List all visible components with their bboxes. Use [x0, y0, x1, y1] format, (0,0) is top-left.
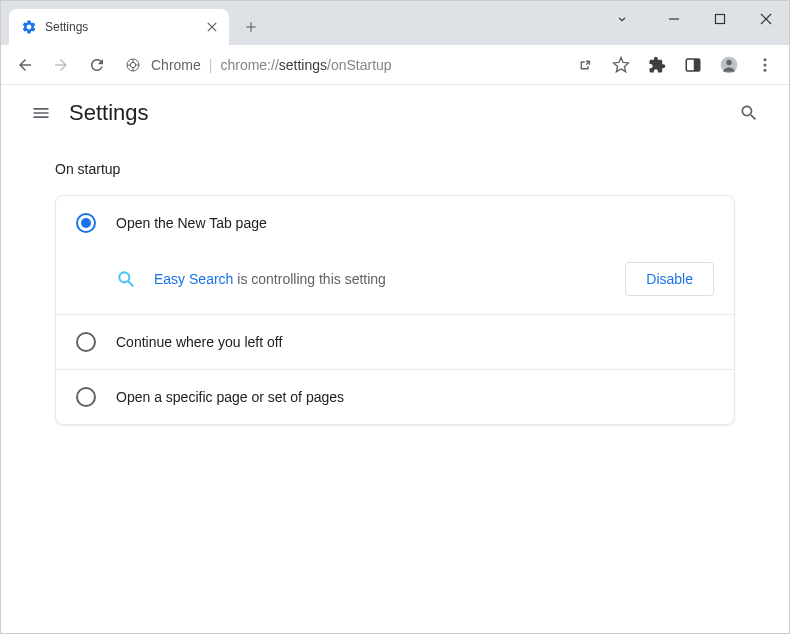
share-icon[interactable] — [569, 49, 601, 81]
profile-icon[interactable] — [713, 49, 745, 81]
reload-button[interactable] — [81, 49, 113, 81]
extensions-icon[interactable] — [641, 49, 673, 81]
site-info-icon[interactable] — [125, 57, 141, 73]
extension-search-icon — [116, 269, 136, 289]
svg-rect-1 — [716, 15, 725, 24]
extension-name-link[interactable]: Easy Search — [154, 271, 233, 287]
kebab-menu-icon[interactable] — [749, 49, 781, 81]
browser-tab[interactable]: Settings — [9, 9, 229, 45]
url-separator: | — [209, 57, 213, 73]
radio-button[interactable] — [76, 332, 96, 352]
section-title: On startup — [55, 161, 735, 177]
startup-options-card: Open the New Tab page Easy Search is con… — [55, 195, 735, 425]
radio-button[interactable] — [76, 387, 96, 407]
option-continue[interactable]: Continue where you left off — [56, 315, 734, 369]
close-tab-icon[interactable] — [207, 22, 217, 32]
close-window-button[interactable] — [743, 1, 789, 37]
tab-title: Settings — [45, 20, 199, 34]
svg-rect-15 — [694, 59, 700, 71]
side-panel-icon[interactable] — [677, 49, 709, 81]
disable-button[interactable]: Disable — [625, 262, 714, 296]
toolbar: Chrome | chrome://settings/onStartup — [1, 45, 789, 85]
bookmark-icon[interactable] — [605, 49, 637, 81]
radio-button[interactable] — [76, 213, 96, 233]
option-label: Open the New Tab page — [116, 215, 267, 231]
svg-line-22 — [128, 281, 133, 286]
address-bar[interactable]: Chrome | chrome://settings/onStartup — [125, 50, 557, 80]
option-specific-pages[interactable]: Open a specific page or set of pages — [56, 370, 734, 424]
search-icon[interactable] — [729, 93, 769, 133]
svg-point-9 — [130, 62, 135, 67]
svg-point-17 — [726, 59, 731, 64]
back-button[interactable] — [9, 49, 41, 81]
settings-gear-icon — [21, 19, 37, 35]
minimize-button[interactable] — [651, 1, 697, 37]
extension-notice-text: Easy Search is controlling this setting — [154, 271, 625, 287]
forward-button[interactable] — [45, 49, 77, 81]
page-header: Settings — [1, 85, 789, 141]
option-label: Open a specific page or set of pages — [116, 389, 344, 405]
url-security-label: Chrome — [151, 57, 201, 73]
caret-down-icon[interactable] — [599, 1, 645, 37]
option-label: Continue where you left off — [116, 334, 282, 350]
extension-control-notice: Easy Search is controlling this setting … — [56, 250, 734, 314]
page-title: Settings — [69, 100, 149, 126]
new-tab-button[interactable] — [237, 13, 265, 41]
svg-point-18 — [764, 58, 767, 61]
url-text: chrome://settings/onStartup — [220, 57, 391, 73]
hamburger-menu-icon[interactable] — [21, 93, 61, 133]
svg-point-19 — [764, 63, 767, 66]
maximize-button[interactable] — [697, 1, 743, 37]
option-new-tab[interactable]: Open the New Tab page — [56, 196, 734, 250]
svg-point-20 — [764, 68, 767, 71]
